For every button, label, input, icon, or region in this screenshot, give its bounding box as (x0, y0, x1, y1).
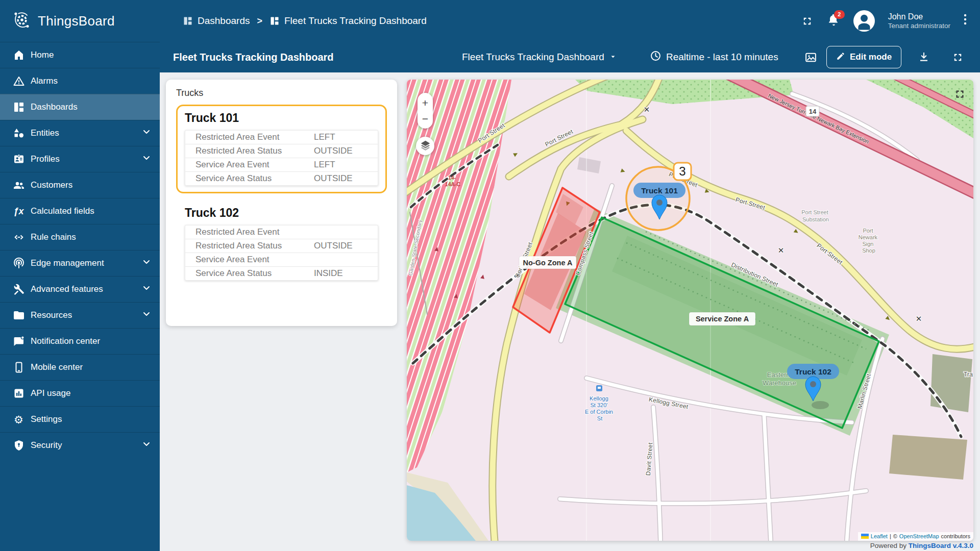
sidebar-item-rule-chains[interactable]: Rule chains (0, 224, 160, 250)
sidebar-item-alarms[interactable]: Alarms (0, 68, 160, 94)
ukraine-flag-icon (861, 534, 869, 539)
sidebar-item-profiles[interactable]: Profiles (0, 146, 160, 172)
user-name: John Doe (888, 12, 950, 22)
level-crossing-icon: ✕ (644, 105, 650, 114)
powered-by: Powered by ThingsBoard v.4.3.0 (870, 542, 973, 549)
background-image-icon[interactable] (804, 51, 817, 64)
version-link[interactable]: ThingsBoard v.4.3.0 (909, 542, 973, 549)
map-canvas[interactable]: Port Street Port Street Port Street Port… (407, 80, 973, 541)
table-row: Restricted Area Status OUTSIDE (185, 144, 378, 158)
street-label: Tra (964, 371, 973, 378)
sidebar-item-security[interactable]: Security (0, 432, 160, 458)
sidebar-item-edge-management[interactable]: Edge management (0, 250, 160, 276)
chart-box-icon (12, 387, 25, 400)
folder-icon (12, 309, 25, 322)
sidebar-item-customers[interactable]: Customers (0, 172, 160, 198)
dashboards-icon (12, 101, 25, 114)
sidebar-item-dashboards[interactable]: Dashboards (0, 94, 160, 120)
exit-shield: 14 (806, 106, 819, 116)
map-zoom-control: + − (418, 93, 433, 129)
chevron-down-icon (141, 309, 152, 322)
sidebar-item-notification-center[interactable]: Notification center (0, 328, 160, 354)
badge-icon (12, 153, 25, 166)
sidebar-item-entities[interactable]: Entities (0, 120, 160, 146)
dashboard-grid-icon (183, 16, 193, 26)
dropdown-arrow-icon (609, 52, 617, 63)
chevron-down-icon (141, 257, 152, 270)
widget-title: Trucks (176, 88, 387, 98)
antenna-icon (12, 257, 25, 270)
sidebar-item-home[interactable]: Home (0, 42, 160, 68)
leaflet-link[interactable]: Leaflet (871, 533, 888, 539)
table-row: Service Area Event (185, 253, 378, 266)
breadcrumb-dashboards[interactable]: Dashboards (183, 15, 250, 27)
thingsboard-logo-icon (11, 9, 33, 33)
svg-text:Truck 102: Truck 102 (795, 367, 831, 376)
page-title: Fleet Trucks Tracking Dashboard (173, 52, 334, 63)
zoom-in-button[interactable]: + (422, 97, 428, 108)
trucks-widget: Trucks Truck 101 Restricted Area Event L… (166, 80, 397, 326)
map-layers-button[interactable] (416, 137, 434, 155)
table-row: Restricted Area Event LEFT (185, 131, 378, 144)
truck-101-card[interactable]: Truck 101 Restricted Area Event LEFT Res… (176, 105, 387, 193)
clock-icon (650, 50, 662, 64)
top-header: ThingsBoard Dashboards > Fleet Trucks Tr… (0, 0, 980, 42)
svg-text:Truck 101: Truck 101 (641, 186, 678, 195)
breadcrumb-current[interactable]: Fleet Trucks Tracking Dashboard (270, 15, 427, 27)
table-row: Restricted Area Event (185, 226, 378, 239)
svg-text:14: 14 (809, 108, 817, 115)
kebab-menu-icon[interactable] (964, 13, 967, 29)
level-crossing-icon: ✕ (916, 314, 922, 323)
pin-shadow (812, 401, 829, 409)
download-icon[interactable] (917, 51, 930, 64)
truck-102-card[interactable]: Truck 102 Restricted Area Event Restrict… (176, 199, 387, 288)
fullscreen-icon[interactable] (801, 14, 814, 28)
dashboard-grid-icon (270, 16, 280, 26)
people-icon (12, 179, 25, 192)
tools-icon (12, 283, 25, 296)
dashboard-toolbar: Fleet Trucks Tracking Dashboard Fleet Tr… (160, 42, 980, 72)
logo[interactable]: ThingsBoard (0, 9, 160, 33)
rule-chains-icon (12, 231, 25, 244)
layers-icon (420, 140, 431, 153)
home-icon (12, 49, 25, 62)
level-crossing-icon: ✕ (778, 246, 785, 255)
sidebar-item-calculated-fields[interactable]: ƒx Calculated fields (0, 198, 160, 224)
user-info[interactable]: John Doe Tenant administrator (888, 12, 950, 31)
breadcrumb-separator: > (257, 16, 262, 27)
sidebar-item-api-usage[interactable]: API usage (0, 380, 160, 406)
map-fullscreen-icon[interactable] (954, 89, 965, 102)
bell-icon (827, 19, 840, 28)
message-icon (12, 335, 25, 348)
sidebar-item-settings[interactable]: ⚙ Settings (0, 406, 160, 432)
sidebar-item-mobile-center[interactable]: Mobile center (0, 354, 160, 380)
table-row: Service Area Status OUTSIDE (185, 171, 378, 185)
breadcrumb: Dashboards > Fleet Trucks Tracking Dashb… (183, 15, 427, 27)
header-actions: 2 John Doe Tenant administrator (801, 10, 980, 32)
fullscreen-icon[interactable] (951, 51, 964, 64)
phone-icon (12, 361, 25, 374)
fx-icon: ƒx (12, 205, 25, 218)
table-row: Service Area Event LEFT (185, 158, 378, 171)
truck-102-table: Restricted Area Event Restricted Area St… (185, 225, 378, 281)
user-role: Tenant administrator (888, 22, 950, 31)
map-widget[interactable]: Port Street Port Street Port Street Port… (407, 80, 973, 541)
svg-text:No-Go Zone A: No-Go Zone A (523, 259, 573, 267)
zoom-out-button[interactable]: − (422, 113, 428, 124)
notifications-button[interactable]: 2 (827, 14, 840, 29)
avatar[interactable] (853, 10, 875, 32)
chevron-down-icon (141, 153, 152, 166)
truck-name: Truck 101 (185, 111, 380, 125)
edit-mode-button[interactable]: Edit mode (826, 46, 901, 68)
timewindow-button[interactable]: Realtime - last 10 minutes (650, 50, 778, 64)
dashboard-select[interactable]: Fleet Trucks Tracking Dashboard (462, 52, 617, 63)
chevron-down-icon (141, 283, 152, 296)
shield-icon (12, 439, 25, 452)
dashboard-content: Trucks Truck 101 Restricted Area Event L… (160, 72, 980, 551)
svg-text:Service Zone A: Service Zone A (696, 315, 749, 323)
sidebar-item-advanced-features[interactable]: Advanced features (0, 276, 160, 302)
table-row: Restricted Area Status OUTSIDE (185, 239, 378, 253)
sidebar-item-resources[interactable]: Resources (0, 302, 160, 328)
sidebar: Home Alarms Dashboards Entities Profiles… (0, 42, 160, 551)
osm-link[interactable]: OpenStreetMap (899, 533, 939, 539)
